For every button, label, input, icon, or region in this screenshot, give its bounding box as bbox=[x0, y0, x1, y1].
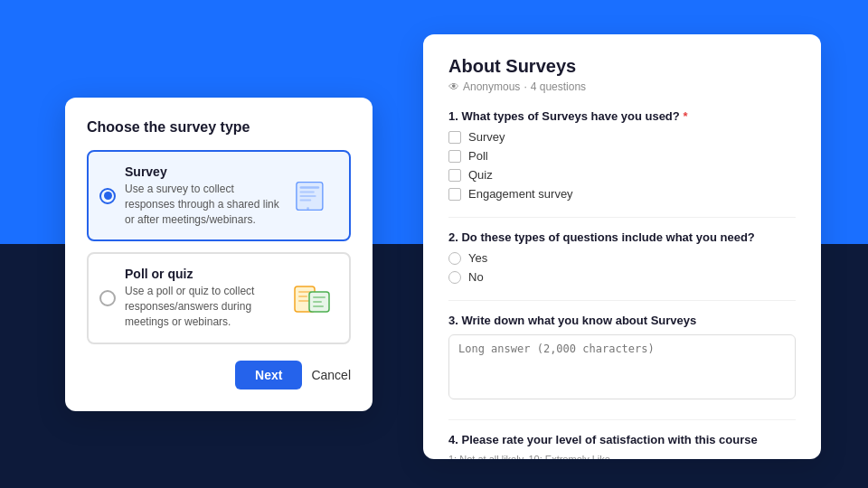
checkbox-engagement-label: Engagement survey bbox=[468, 187, 573, 201]
question-1-label: 1. What types of Surveys have you used? … bbox=[448, 109, 796, 123]
question-4-label: 4. Please rate your level of satisfactio… bbox=[448, 433, 796, 446]
svg-rect-2 bbox=[300, 191, 315, 192]
question-2-number: 2. bbox=[448, 230, 461, 244]
survey-type-modal: Choose the survey type Survey Use a surv… bbox=[65, 98, 373, 411]
poll-quiz-radio[interactable] bbox=[99, 290, 116, 306]
question-4-text: Please rate your level of satisfaction w… bbox=[461, 433, 757, 446]
panel-meta: 👁︎ Anonymous · 4 questions bbox=[448, 80, 796, 93]
divider-1 bbox=[448, 217, 796, 218]
checkbox-engagement-box[interactable] bbox=[448, 188, 461, 201]
question-3: 3. Write down what you know about Survey… bbox=[448, 314, 796, 403]
radio-yes-dot[interactable] bbox=[448, 252, 461, 265]
question-3-number: 3. bbox=[448, 314, 461, 327]
checkbox-quiz-box[interactable] bbox=[448, 169, 461, 182]
svg-rect-1 bbox=[300, 186, 320, 189]
svg-rect-8 bbox=[298, 296, 307, 297]
checkbox-survey-box[interactable] bbox=[448, 131, 461, 144]
required-star-1: * bbox=[683, 109, 687, 123]
question-1-number: 1. bbox=[448, 109, 461, 123]
survey-option-desc: Use a survey to collect responses throug… bbox=[125, 182, 280, 227]
question-2-text: Do these types of questions include what… bbox=[461, 230, 754, 244]
survey-icon bbox=[289, 177, 336, 215]
question-3-label: 3. Write down what you know about Survey… bbox=[448, 314, 796, 327]
question-1: 1. What types of Surveys have you used? … bbox=[448, 109, 796, 201]
poll-quiz-option-title: Poll or quiz bbox=[125, 267, 280, 281]
survey-preview-panel: About Surveys 👁︎ Anonymous · 4 questions… bbox=[423, 34, 821, 459]
panel-title: About Surveys bbox=[448, 56, 796, 77]
checkbox-survey-label: Survey bbox=[468, 130, 505, 144]
checkbox-poll-box[interactable] bbox=[448, 150, 461, 163]
question-4-number: 4. bbox=[448, 433, 461, 446]
survey-option-content: Survey Use a survey to collect responses… bbox=[125, 164, 280, 227]
svg-rect-12 bbox=[313, 301, 322, 303]
poll-quiz-option-content: Poll or quiz Use a poll or quiz to colle… bbox=[125, 267, 280, 329]
question-1-text: What types of Surveys have you used? bbox=[461, 109, 679, 123]
survey-option-title: Survey bbox=[125, 164, 280, 179]
svg-rect-13 bbox=[313, 305, 324, 307]
modal-title: Choose the survey type bbox=[87, 119, 351, 136]
radio-no[interactable]: No bbox=[448, 270, 796, 284]
dot-separator: · bbox=[524, 80, 526, 93]
cancel-button[interactable]: Cancel bbox=[311, 368, 351, 382]
svg-rect-9 bbox=[298, 300, 309, 302]
question-2-label: 2. Do these types of questions include w… bbox=[448, 230, 796, 244]
checkbox-engagement[interactable]: Engagement survey bbox=[448, 187, 796, 201]
question-2: 2. Do these types of questions include w… bbox=[448, 230, 796, 284]
checkbox-quiz-label: Quiz bbox=[468, 168, 493, 182]
poll-quiz-option-desc: Use a poll or quiz to collect responses/… bbox=[125, 284, 280, 329]
radio-no-label: No bbox=[468, 270, 484, 284]
anonymous-label: Anonymous bbox=[463, 80, 520, 93]
svg-point-5 bbox=[307, 207, 309, 210]
long-answer-input[interactable] bbox=[448, 334, 796, 399]
checkbox-poll-label: Poll bbox=[468, 149, 488, 163]
svg-rect-3 bbox=[300, 195, 316, 197]
checkbox-survey[interactable]: Survey bbox=[448, 130, 796, 144]
poll-quiz-icon bbox=[289, 279, 336, 317]
modal-buttons: Next Cancel bbox=[87, 361, 351, 389]
radio-yes[interactable]: Yes bbox=[448, 251, 796, 265]
question-4: 4. Please rate your level of satisfactio… bbox=[448, 433, 796, 459]
survey-option[interactable]: Survey Use a survey to collect responses… bbox=[87, 150, 351, 241]
poll-quiz-option[interactable]: Poll or quiz Use a poll or quiz to colle… bbox=[87, 252, 351, 343]
checkbox-poll[interactable]: Poll bbox=[448, 149, 796, 163]
anonymous-icon: 👁︎ bbox=[448, 80, 459, 93]
rating-scale-label: 1: Not at all likely, 10: Extremely Like bbox=[448, 454, 796, 459]
divider-2 bbox=[448, 300, 796, 301]
radio-no-dot[interactable] bbox=[448, 271, 461, 284]
question-3-text: Write down what you know about Surveys bbox=[461, 314, 696, 327]
divider-3 bbox=[448, 419, 796, 420]
questions-count: 4 questions bbox=[531, 80, 586, 93]
svg-rect-11 bbox=[313, 296, 326, 298]
radio-yes-label: Yes bbox=[468, 251, 487, 265]
checkbox-quiz[interactable]: Quiz bbox=[448, 168, 796, 182]
svg-rect-4 bbox=[300, 199, 312, 201]
survey-radio[interactable] bbox=[99, 188, 116, 204]
next-button[interactable]: Next bbox=[235, 361, 302, 389]
